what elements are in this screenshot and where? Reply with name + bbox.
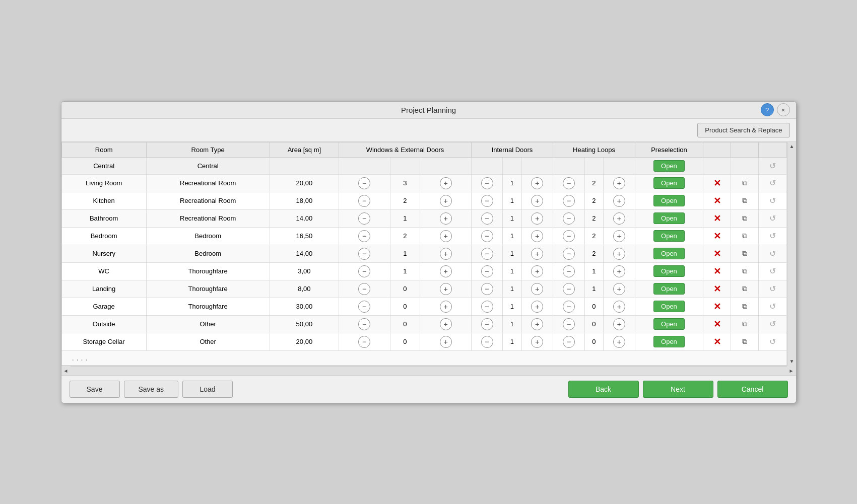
heat-plus[interactable]: + [604, 209, 635, 227]
copy-cell[interactable]: ⧉ [731, 333, 759, 350]
preselection-cell[interactable]: Open [635, 209, 703, 227]
scroll-right-button[interactable]: ► [787, 366, 796, 375]
int-plus[interactable]: + [521, 315, 553, 333]
reset-cell[interactable]: ↺ [759, 298, 786, 315]
delete-icon[interactable]: ✕ [713, 231, 721, 241]
win-minus[interactable]: − [339, 315, 390, 333]
delete-icon[interactable]: ✕ [713, 284, 721, 294]
copy-icon[interactable]: ⧉ [742, 267, 747, 275]
heat-increment-button[interactable]: + [613, 336, 625, 348]
reset-cell[interactable]: ↺ [759, 192, 786, 209]
int-minus[interactable]: − [471, 298, 503, 315]
win-minus[interactable]: − [339, 192, 390, 209]
win-minus[interactable]: − [339, 209, 390, 227]
win-increment-button[interactable]: + [440, 248, 452, 260]
win-plus[interactable]: + [420, 280, 471, 298]
int-plus[interactable]: + [521, 227, 553, 245]
win-decrement-button[interactable]: − [358, 230, 370, 242]
heat-increment-button[interactable]: + [613, 301, 625, 313]
heat-minus[interactable]: − [553, 227, 585, 245]
int-increment-button[interactable]: + [531, 230, 543, 242]
delete-cell[interactable]: ✕ [703, 227, 731, 245]
heat-plus[interactable]: + [604, 245, 635, 262]
heat-decrement-button[interactable]: − [563, 283, 575, 295]
reset-cell[interactable]: ↺ [759, 209, 786, 227]
int-decrement-button[interactable]: − [481, 336, 493, 348]
int-decrement-button[interactable]: − [481, 283, 493, 295]
int-decrement-button[interactable]: − [481, 230, 493, 242]
heat-minus[interactable]: − [553, 174, 585, 192]
heat-plus[interactable]: + [604, 262, 635, 280]
delete-cell[interactable]: ✕ [703, 315, 731, 333]
reset-cell[interactable]: ↺ [759, 227, 786, 245]
preselection-cell[interactable]: Open [635, 192, 703, 209]
reset-cell[interactable]: ↺ [759, 245, 786, 262]
int-minus[interactable]: − [471, 209, 503, 227]
heat-decrement-button[interactable]: − [563, 318, 575, 330]
int-increment-button[interactable]: + [531, 283, 543, 295]
int-increment-button[interactable]: + [531, 212, 543, 225]
int-plus[interactable]: + [521, 280, 553, 298]
delete-cell[interactable]: ✕ [703, 192, 731, 209]
heat-decrement-button[interactable]: − [563, 195, 575, 207]
reset-cell[interactable]: ↺ [759, 174, 786, 192]
central-reset[interactable]: ↺ [759, 157, 786, 174]
delete-icon[interactable]: ✕ [713, 302, 721, 312]
win-increment-button[interactable]: + [440, 230, 452, 242]
heat-decrement-button[interactable]: − [563, 177, 575, 189]
int-minus[interactable]: − [471, 192, 503, 209]
int-minus[interactable]: − [471, 333, 503, 350]
preselection-cell[interactable]: Open [635, 262, 703, 280]
int-decrement-button[interactable]: − [481, 248, 493, 260]
scroll-up-button[interactable]: ▲ [787, 142, 796, 151]
int-increment-button[interactable]: + [531, 265, 543, 277]
central-open-button[interactable]: Open [653, 160, 685, 172]
win-decrement-button[interactable]: − [358, 336, 370, 348]
win-minus[interactable]: − [339, 227, 390, 245]
next-button[interactable]: Next [643, 381, 713, 398]
int-plus[interactable]: + [521, 174, 553, 192]
delete-cell[interactable]: ✕ [703, 333, 731, 350]
copy-icon[interactable]: ⧉ [742, 337, 747, 345]
heat-plus[interactable]: + [604, 174, 635, 192]
int-minus[interactable]: − [471, 315, 503, 333]
win-decrement-button[interactable]: − [358, 318, 370, 330]
save-button[interactable]: Save [70, 381, 120, 398]
copy-cell[interactable]: ⧉ [731, 192, 759, 209]
open-button[interactable]: Open [653, 301, 685, 312]
delete-icon[interactable]: ✕ [713, 337, 721, 347]
int-decrement-button[interactable]: − [481, 265, 493, 277]
win-increment-button[interactable]: + [440, 336, 452, 348]
win-plus[interactable]: + [420, 192, 471, 209]
win-increment-button[interactable]: + [440, 212, 452, 225]
back-button[interactable]: Back [568, 381, 639, 398]
copy-icon[interactable]: ⧉ [742, 179, 747, 187]
preselection-cell[interactable]: Open [635, 174, 703, 192]
save-as-button[interactable]: Save as [124, 381, 179, 398]
delete-cell[interactable]: ✕ [703, 245, 731, 262]
copy-cell[interactable]: ⧉ [731, 174, 759, 192]
int-decrement-button[interactable]: − [481, 212, 493, 225]
heat-plus[interactable]: + [604, 333, 635, 350]
preselection-cell[interactable]: Open [635, 245, 703, 262]
int-plus[interactable]: + [521, 209, 553, 227]
win-decrement-button[interactable]: − [358, 283, 370, 295]
reset-icon[interactable]: ↺ [769, 320, 776, 328]
reset-cell[interactable]: ↺ [759, 333, 786, 350]
cancel-button[interactable]: Cancel [717, 381, 788, 398]
heat-minus[interactable]: − [553, 262, 585, 280]
reset-icon[interactable]: ↺ [769, 179, 776, 187]
win-decrement-button[interactable]: − [358, 265, 370, 277]
int-decrement-button[interactable]: − [481, 301, 493, 313]
heat-minus[interactable]: − [553, 315, 585, 333]
win-decrement-button[interactable]: − [358, 248, 370, 260]
scroll-left-button[interactable]: ◄ [61, 366, 71, 375]
heat-plus[interactable]: + [604, 192, 635, 209]
copy-icon[interactable]: ⧉ [742, 249, 747, 257]
delete-cell[interactable]: ✕ [703, 262, 731, 280]
copy-cell[interactable]: ⧉ [731, 227, 759, 245]
int-minus[interactable]: − [471, 227, 503, 245]
preselection-cell[interactable]: Open [635, 333, 703, 350]
open-button[interactable]: Open [653, 283, 685, 295]
copy-cell[interactable]: ⧉ [731, 245, 759, 262]
